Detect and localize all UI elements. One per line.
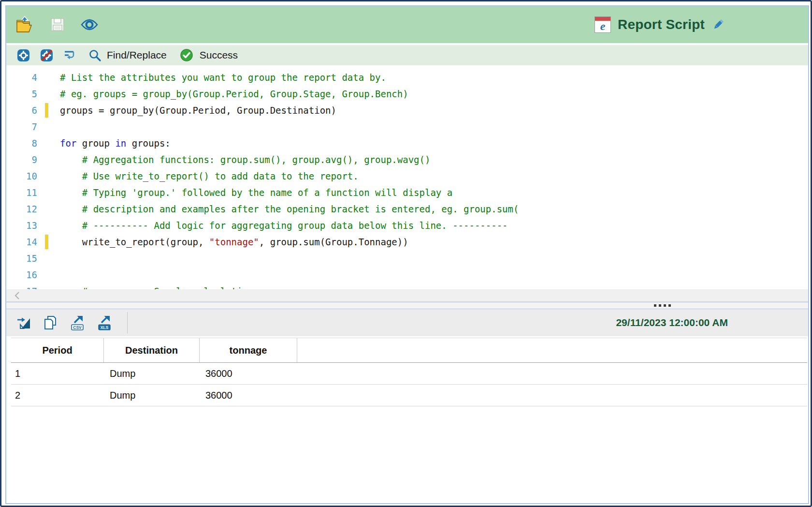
status-indicator bbox=[178, 48, 195, 62]
column-header-tonnage[interactable]: tonnage bbox=[200, 338, 297, 362]
editor-toolbar: Find/Replace Success bbox=[6, 45, 808, 65]
column-header-empty bbox=[297, 338, 807, 362]
line-marker-gutter bbox=[45, 268, 48, 282]
success-check-icon bbox=[180, 48, 193, 62]
results-table: Period Destination tonnage 1Dump360002Du… bbox=[6, 336, 808, 503]
line-marker-gutter bbox=[45, 218, 48, 233]
code-line: 12 # description and examples after the … bbox=[6, 201, 808, 217]
search-icon bbox=[88, 49, 102, 62]
export-csv-icon: CSV bbox=[71, 314, 85, 331]
line-marker-gutter bbox=[45, 70, 48, 85]
code-editor[interactable]: 4# List the attributes you want to group… bbox=[6, 65, 808, 289]
editor-horizontal-scrollbar[interactable] bbox=[6, 289, 808, 302]
table-row[interactable]: 1Dump36000 bbox=[11, 363, 807, 385]
changed-line-marker bbox=[45, 235, 48, 249]
open-file-button[interactable] bbox=[14, 14, 35, 35]
copy-results-button[interactable] bbox=[40, 313, 59, 332]
line-number: 14 bbox=[6, 237, 41, 247]
code-line: 5# eg. groups = group_by(Group.Period, G… bbox=[6, 86, 808, 102]
code-text: # List the attributes you want to group … bbox=[60, 72, 386, 83]
line-number: 16 bbox=[6, 269, 41, 280]
column-header-period[interactable]: Period bbox=[11, 338, 104, 362]
code-text: # ---------- Sample calculation --------… bbox=[60, 286, 314, 289]
code-line: 4# List the attributes you want to group… bbox=[6, 69, 808, 86]
table-cell: 36000 bbox=[200, 368, 297, 379]
logo-letter: e bbox=[595, 20, 610, 32]
line-marker-gutter bbox=[45, 152, 48, 167]
line-number: 12 bbox=[6, 204, 41, 214]
line-marker-gutter bbox=[45, 87, 48, 101]
table-cell: Dump bbox=[104, 390, 200, 401]
results-toolbar: CSV XLS 29/11/2023 12:00:00 AM bbox=[6, 309, 808, 336]
line-marker-gutter bbox=[45, 202, 48, 216]
code-line: 7 bbox=[6, 119, 808, 135]
code-text: # Use write_to_report() to add data to t… bbox=[60, 171, 359, 181]
disable-macros-button[interactable] bbox=[38, 48, 55, 62]
save-button[interactable] bbox=[47, 14, 68, 35]
word-wrap-button[interactable] bbox=[61, 48, 78, 62]
table-row[interactable]: 2Dump36000 bbox=[11, 385, 807, 406]
code-line: 15 bbox=[6, 250, 808, 267]
line-marker-gutter bbox=[45, 185, 48, 200]
table-body: 1Dump360002Dump36000 bbox=[11, 363, 807, 406]
save-floppy-icon bbox=[50, 17, 65, 32]
report-script-window: e Report Script bbox=[5, 5, 809, 504]
preview-button[interactable] bbox=[79, 14, 100, 35]
screenshot-frame: e Report Script bbox=[0, 0, 812, 507]
open-folder-icon bbox=[15, 15, 34, 34]
csv-label: CSV bbox=[73, 325, 82, 330]
chevron-left-icon bbox=[14, 291, 20, 300]
line-number: 5 bbox=[6, 89, 41, 99]
code-text: # eg. groups = group_by(Group.Period, Gr… bbox=[60, 89, 408, 99]
code-line: 6groups = group_by(Group.Period, Group.D… bbox=[6, 102, 808, 119]
code-line: 10 # Use write_to_report() to add data t… bbox=[6, 168, 808, 184]
panel-splitter[interactable] bbox=[6, 302, 808, 309]
line-marker-gutter bbox=[45, 136, 48, 150]
line-marker-gutter bbox=[45, 251, 48, 266]
line-number: 7 bbox=[6, 121, 41, 132]
table-cell: 36000 bbox=[200, 390, 297, 401]
status-badge: Success bbox=[200, 49, 238, 61]
changed-line-marker bbox=[45, 103, 48, 118]
code-text: # description and examples after the ope… bbox=[60, 204, 519, 214]
code-text: # Typing 'group.' followed by the name o… bbox=[60, 187, 452, 198]
macros-button[interactable] bbox=[15, 48, 31, 62]
code-lines: 4# List the attributes you want to group… bbox=[6, 69, 808, 289]
export-csv-button[interactable]: CSV bbox=[68, 313, 87, 332]
line-number: 6 bbox=[6, 105, 41, 116]
scroll-left-button[interactable] bbox=[12, 291, 22, 300]
splitter-grip-icon[interactable] bbox=[654, 304, 671, 307]
xls-label: XLS bbox=[101, 325, 109, 330]
line-number: 17 bbox=[6, 286, 41, 289]
code-line: 17 # ---------- Sample calculation -----… bbox=[6, 283, 808, 289]
export-xls-icon: XLS bbox=[98, 314, 112, 331]
table-cell: 1 bbox=[11, 368, 104, 379]
copy-icon bbox=[43, 315, 57, 330]
title-cluster: e Report Script bbox=[594, 6, 725, 43]
code-text: for group in groups: bbox=[60, 138, 171, 149]
line-marker-gutter bbox=[45, 169, 48, 183]
table-header-row: Period Destination tonnage bbox=[11, 338, 807, 363]
code-text: # ---------- Add logic for aggregating g… bbox=[60, 220, 508, 231]
code-line: 14 write_to_report(group, "tonnage", gro… bbox=[6, 234, 808, 250]
transpose-results-button[interactable] bbox=[14, 313, 33, 332]
edit-title-pencil-icon[interactable] bbox=[711, 18, 725, 31]
line-number: 11 bbox=[6, 187, 41, 198]
line-marker-gutter bbox=[45, 284, 48, 289]
code-line: 11 # Typing 'group.' followed by the nam… bbox=[6, 184, 808, 201]
code-text: groups = group_by(Group.Period, Group.De… bbox=[60, 105, 336, 116]
find-replace-button[interactable] bbox=[87, 48, 103, 62]
code-text: # Aggregation functions: group.sum(), gr… bbox=[60, 154, 430, 165]
macros-icon bbox=[17, 49, 30, 62]
export-xls-button[interactable]: XLS bbox=[95, 313, 115, 332]
table-cell: 2 bbox=[11, 390, 104, 401]
macros-disabled-icon bbox=[40, 49, 53, 62]
transpose-icon bbox=[16, 315, 31, 330]
table-cell: Dump bbox=[104, 368, 200, 379]
word-wrap-icon bbox=[63, 49, 76, 61]
find-replace-label[interactable]: Find/Replace bbox=[107, 49, 167, 61]
column-header-destination[interactable]: Destination bbox=[104, 338, 200, 362]
code-line: 8for group in groups: bbox=[6, 135, 808, 151]
line-number: 9 bbox=[6, 154, 41, 165]
line-marker-gutter bbox=[45, 119, 48, 134]
